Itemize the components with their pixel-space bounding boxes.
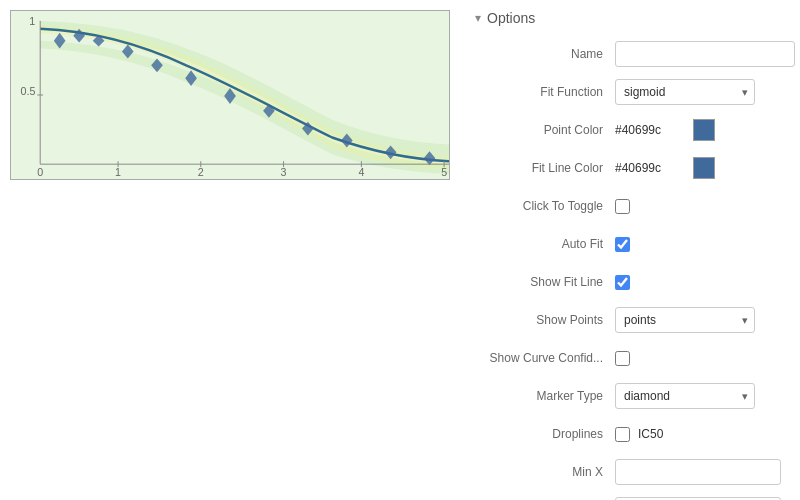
show-fit-line-label: Show Fit Line <box>475 275 615 289</box>
show-fit-line-checkbox[interactable] <box>615 275 630 290</box>
svg-text:3: 3 <box>281 166 287 178</box>
click-to-toggle-label: Click To Toggle <box>475 199 615 213</box>
fit-line-color-row: Fit Line Color #40699c <box>475 154 785 182</box>
auto-fit-control <box>615 237 785 252</box>
marker-type-row: Marker Type diamond circle square triang… <box>475 382 785 410</box>
marker-type-select[interactable]: diamond circle square triangle <box>615 383 755 409</box>
svg-text:1: 1 <box>29 15 35 27</box>
droplines-label: Droplines <box>475 427 615 441</box>
name-control <box>615 41 795 67</box>
point-color-control: #40699c <box>615 119 785 141</box>
options-header-text: Options <box>487 10 535 26</box>
min-y-row: Min Y <box>475 496 785 500</box>
click-to-toggle-control <box>615 199 785 214</box>
name-row: Name <box>475 40 785 68</box>
svg-text:1: 1 <box>115 166 121 178</box>
options-panel: ▾ Options Name Fit Function sigmoid line… <box>460 0 800 500</box>
click-to-toggle-checkbox[interactable] <box>615 199 630 214</box>
marker-type-select-wrapper: diamond circle square triangle ▾ <box>615 383 755 409</box>
point-color-row: Point Color #40699c <box>475 116 785 144</box>
marker-type-control: diamond circle square triangle ▾ <box>615 383 785 409</box>
options-chevron-icon: ▾ <box>475 11 481 25</box>
chart-svg: 0 1 2 3 4 5 1 0.5 <box>11 11 449 179</box>
min-x-label: Min X <box>475 465 615 479</box>
droplines-ic50-label: IC50 <box>638 427 663 441</box>
name-input[interactable] <box>615 41 795 67</box>
show-points-select[interactable]: points none all <box>615 307 755 333</box>
fit-line-color-control: #40699c <box>615 157 785 179</box>
min-x-control <box>615 459 785 485</box>
fit-function-select-wrapper: sigmoid linear exponential logarithmic p… <box>615 79 755 105</box>
auto-fit-row: Auto Fit <box>475 230 785 258</box>
fit-function-label: Fit Function <box>475 85 615 99</box>
show-curve-confid-label: Show Curve Confid... <box>475 351 615 365</box>
show-fit-line-control <box>615 275 785 290</box>
svg-text:5: 5 <box>441 166 447 178</box>
show-points-label: Show Points <box>475 313 615 327</box>
min-x-input[interactable] <box>615 459 781 485</box>
options-header[interactable]: ▾ Options <box>475 10 785 26</box>
droplines-checkbox[interactable] <box>615 427 630 442</box>
fit-line-color-swatch[interactable] <box>693 157 715 179</box>
point-color-text: #40699c <box>615 123 685 137</box>
fit-function-select[interactable]: sigmoid linear exponential logarithmic p… <box>615 79 755 105</box>
auto-fit-checkbox[interactable] <box>615 237 630 252</box>
show-points-row: Show Points points none all ▾ <box>475 306 785 334</box>
fit-line-color-text: #40699c <box>615 161 685 175</box>
svg-text:4: 4 <box>358 166 364 178</box>
show-curve-confid-row: Show Curve Confid... <box>475 344 785 372</box>
click-to-toggle-row: Click To Toggle <box>475 192 785 220</box>
min-x-row: Min X <box>475 458 785 486</box>
point-color-swatch[interactable] <box>693 119 715 141</box>
fit-function-row: Fit Function sigmoid linear exponential … <box>475 78 785 106</box>
fit-function-control: sigmoid linear exponential logarithmic p… <box>615 79 785 105</box>
show-curve-confid-checkbox[interactable] <box>615 351 630 366</box>
droplines-control: IC50 <box>615 427 785 442</box>
name-label: Name <box>475 47 615 61</box>
show-curve-confid-control <box>615 351 785 366</box>
show-fit-line-row: Show Fit Line <box>475 268 785 296</box>
svg-text:2: 2 <box>198 166 204 178</box>
show-points-control: points none all ▾ <box>615 307 785 333</box>
svg-text:0.5: 0.5 <box>20 85 35 97</box>
droplines-row: Droplines IC50 <box>475 420 785 448</box>
fit-line-color-label: Fit Line Color <box>475 161 615 175</box>
show-points-select-wrapper: points none all ▾ <box>615 307 755 333</box>
chart-panel: 0 1 2 3 4 5 1 0.5 <box>0 0 460 500</box>
auto-fit-label: Auto Fit <box>475 237 615 251</box>
chart-container: 0 1 2 3 4 5 1 0.5 <box>10 10 450 180</box>
marker-type-label: Marker Type <box>475 389 615 403</box>
svg-text:0: 0 <box>37 166 43 178</box>
point-color-label: Point Color <box>475 123 615 137</box>
